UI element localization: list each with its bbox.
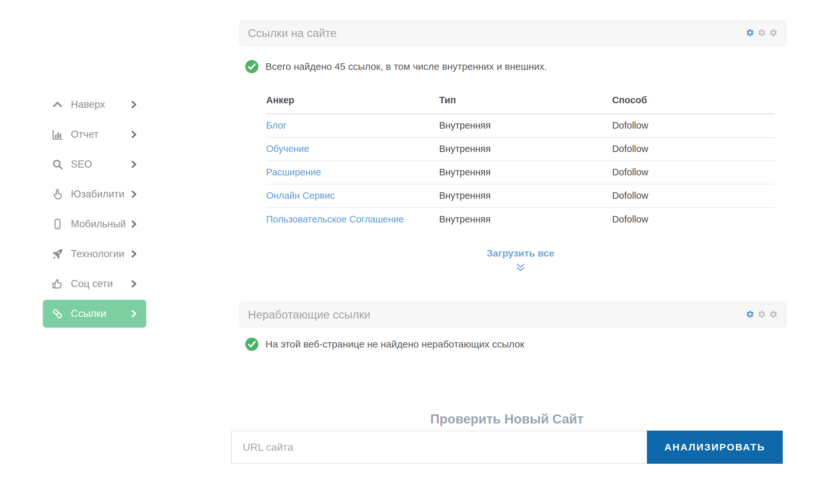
rocket-icon: [51, 247, 64, 261]
table-header-row: Анкер Тип Способ: [266, 90, 775, 114]
gear-icon[interactable]: [757, 28, 766, 38]
sidebar-item-label: Отчет: [71, 129, 98, 140]
sidebar: Наверх Отчет SEO Юзабилити: [43, 91, 146, 330]
sidebar-item-label: Мобильный: [71, 218, 126, 230]
check-new-site-section: Проверить Новый Сайт АНАЛИЗИРОВАТЬ: [231, 411, 783, 464]
column-header-method: Способ: [612, 90, 775, 114]
bar-chart-icon: [51, 128, 64, 141]
broken-links-panel-title: Неработающие ссылки: [248, 308, 371, 321]
links-panel-header: Ссылки на сайте: [239, 20, 786, 46]
link-method-cell: Dofollow: [612, 184, 775, 208]
link-method-cell: Dofollow: [612, 114, 775, 137]
anchor-link[interactable]: Обучение: [266, 143, 309, 154]
sidebar-item-links[interactable]: Ссылки: [43, 300, 146, 328]
sidebar-item-top[interactable]: Наверх: [43, 91, 146, 119]
table-row: Онлайн Сервис Внутренняя Dofollow: [266, 184, 775, 208]
chevron-right-icon: [129, 279, 138, 289]
check-circle-icon: [245, 337, 259, 351]
sidebar-item-label: Юзабилити: [71, 188, 124, 200]
load-all-link[interactable]: Загрузить все: [487, 248, 554, 258]
chevron-up-icon: [51, 98, 64, 111]
sidebar-item-technologies[interactable]: Технологии: [43, 240, 146, 268]
chevron-right-icon: [129, 219, 138, 229]
sidebar-item-label: Наверх: [71, 99, 105, 110]
hand-pointer-icon: [51, 187, 64, 201]
mobile-icon: [51, 217, 64, 231]
gear-icon[interactable]: [757, 310, 766, 320]
sidebar-item-report[interactable]: Отчет: [43, 120, 146, 148]
table-row: Пользовательское Соглашение Внутренняя D…: [266, 208, 775, 231]
sidebar-item-label: SEO: [71, 158, 92, 170]
links-status-text: Всего найдено 45 ссылок, в том числе вну…: [266, 61, 547, 72]
link-type-cell: Внутренняя: [439, 161, 612, 184]
link-method-cell: Dofollow: [612, 161, 775, 184]
anchor-link[interactable]: Пользовательское Соглашение: [266, 214, 404, 224]
sidebar-item-seo[interactable]: SEO: [43, 150, 146, 178]
table-row: Блог Внутренняя Dofollow: [266, 114, 775, 137]
broken-links-status-text: На этой веб-странице не найдено неработа…: [266, 339, 524, 350]
gear-icon[interactable]: [769, 310, 778, 320]
links-status: Всего найдено 45 ссылок, в том числе вну…: [245, 59, 547, 74]
link-type-cell: Внутренняя: [439, 208, 612, 231]
sidebar-item-label: Технологии: [71, 248, 124, 260]
analyze-button[interactable]: АНАЛИЗИРОВАТЬ: [647, 430, 783, 464]
url-form: АНАЛИЗИРОВАТЬ: [231, 430, 783, 464]
link-method-cell: Dofollow: [612, 208, 775, 231]
load-all-section: Загрузить все: [266, 248, 775, 274]
gear-icon[interactable]: [746, 28, 754, 38]
link-method-cell: Dofollow: [612, 137, 775, 161]
sidebar-item-label: Соц сети: [71, 278, 113, 290]
gear-icon[interactable]: [769, 28, 778, 38]
double-chevron-down-icon[interactable]: [266, 263, 775, 274]
url-input[interactable]: [231, 430, 647, 464]
links-table: Анкер Тип Способ Блог Внутренняя Dofollo…: [266, 90, 775, 231]
link-type-cell: Внутренняя: [439, 184, 612, 208]
sidebar-item-social[interactable]: Соц сети: [43, 270, 146, 298]
anchor-link[interactable]: Онлайн Сервис: [266, 190, 335, 201]
gear-icon[interactable]: [746, 310, 754, 320]
chevron-right-icon: [129, 309, 138, 319]
link-type-cell: Внутренняя: [439, 114, 612, 137]
panel-settings-gears: [746, 310, 778, 320]
chevron-right-icon: [129, 130, 138, 139]
broken-links-panel-header: Неработающие ссылки: [239, 302, 786, 327]
column-header-anchor: Анкер: [266, 90, 439, 114]
links-panel-title: Ссылки на сайте: [248, 27, 337, 40]
broken-links-status: На этой веб-странице не найдено неработа…: [245, 337, 524, 351]
check-circle-icon: [245, 59, 259, 74]
anchor-link[interactable]: Расширение: [266, 167, 321, 177]
column-header-type: Тип: [439, 90, 612, 114]
chevron-right-icon: [129, 100, 138, 109]
table-row: Расширение Внутренняя Dofollow: [266, 161, 775, 184]
chevron-right-icon: [129, 249, 138, 259]
panel-settings-gears: [746, 28, 778, 38]
thumbs-up-icon: [51, 277, 64, 291]
check-new-site-heading: Проверить Новый Сайт: [231, 411, 783, 427]
anchor-link[interactable]: Блог: [266, 120, 287, 131]
sidebar-item-usability[interactable]: Юзабилити: [43, 180, 146, 208]
link-type-cell: Внутренняя: [439, 137, 612, 161]
chevron-right-icon: [129, 159, 138, 169]
sidebar-item-label: Ссылки: [71, 308, 106, 320]
link-icon: [51, 307, 64, 321]
chevron-right-icon: [129, 189, 138, 199]
sidebar-item-mobile[interactable]: Мобильный: [43, 210, 146, 238]
table-row: Обучение Внутренняя Dofollow: [266, 137, 775, 161]
main-content: Ссылки на сайте Всего найдено 45 ссылок,…: [239, 20, 786, 504]
search-icon: [51, 157, 64, 171]
